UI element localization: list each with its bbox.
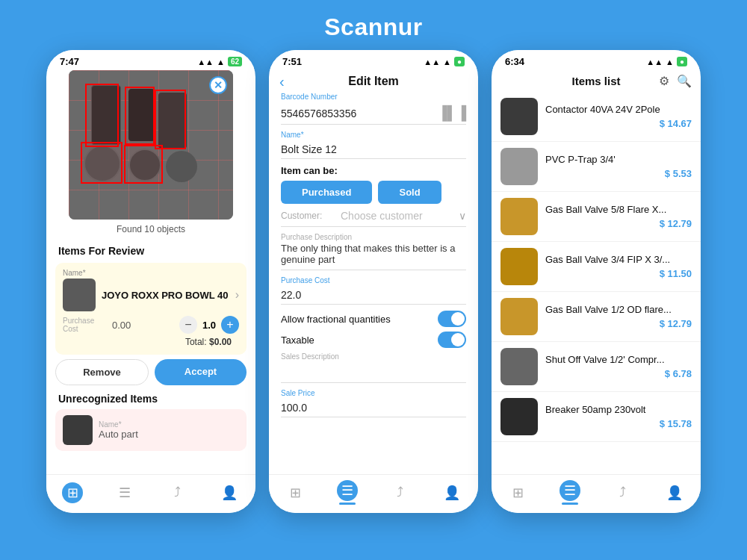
remove-button[interactable]: Remove: [55, 359, 149, 385]
list-item-name: PVC P-Trap 3/4': [545, 154, 692, 165]
list-item-thumb: [500, 198, 538, 235]
signal-icon-r: ▲▲: [646, 57, 663, 66]
profile-icon-c: 👤: [441, 482, 462, 503]
customer-chevron-icon: ∨: [459, 210, 466, 222]
list-item-price: $ 6.78: [545, 368, 692, 379]
nav-barcode-center[interactable]: ⊞: [285, 482, 306, 503]
chevron-right-icon[interactable]: ›: [235, 288, 239, 302]
detection-box-2: [125, 87, 155, 145]
sales-desc-label: Sales Description: [281, 352, 466, 361]
purchase-desc-value[interactable]: The only thing that makes this better is…: [281, 243, 466, 270]
wifi-icon: ▲: [217, 57, 225, 66]
taxable-toggle[interactable]: [438, 332, 466, 348]
list-header-icons: ⚙ 🔍: [659, 74, 692, 88]
list-item-info: PVC P-Trap 3/4' $ 5.53: [545, 154, 692, 179]
list-icon-c: ☰: [337, 480, 358, 501]
barcode-field[interactable]: 5546576853356 ▐▌▐: [281, 102, 466, 125]
nav-list-right[interactable]: ☰: [560, 480, 580, 505]
phone-center: 7:51 ▲▲ ▲ ● ‹ Edit Item Barcode Number 5…: [269, 50, 478, 513]
camera-view: ✕: [69, 70, 233, 220]
list-item-info: Gas Ball Valve 5/8 Flare X... $ 12.79: [545, 204, 692, 229]
qty-minus-button[interactable]: −: [179, 316, 197, 334]
nav-underline-c: [339, 503, 356, 505]
nav-barcode-left[interactable]: ⊞: [62, 482, 83, 503]
action-buttons-row: Remove Accept: [55, 359, 247, 385]
unrecognized-card: Name* Auto part: [55, 409, 247, 451]
nav-profile-right[interactable]: 👤: [664, 482, 685, 503]
list-item-thumb: [500, 348, 538, 385]
customer-row[interactable]: Customer: Choose customer ∨: [281, 210, 466, 227]
camera-container: ✕ Found 10 objects: [57, 70, 245, 234]
filter-icon[interactable]: ⚙: [659, 74, 669, 88]
detection-box-1: [85, 84, 119, 147]
nav-barcode-right[interactable]: ⊞: [507, 482, 528, 503]
cost-label: Purchase Cost: [63, 317, 108, 333]
sales-desc-value[interactable]: [281, 362, 466, 383]
purchase-desc-label: Purchase Description: [281, 233, 466, 241]
list-item-name: Gas Ball Valve 3/4 FIP X 3/...: [545, 254, 692, 265]
customer-placeholder: Choose customer: [341, 210, 459, 222]
back-button[interactable]: ‹: [279, 73, 285, 90]
status-icons-center: ▲▲ ▲ ●: [424, 57, 465, 66]
nav-list-center[interactable]: ☰: [337, 480, 358, 505]
profile-icon: 👤: [219, 482, 240, 503]
list-item-price: $ 12.79: [545, 318, 692, 329]
nav-profile-center[interactable]: 👤: [441, 482, 462, 503]
nav-share-center[interactable]: ⤴: [389, 482, 410, 503]
list-item[interactable]: Contactor 40VA 24V 2Pole $ 14.67: [492, 92, 701, 142]
share-icon-r: ⤴: [612, 482, 633, 503]
nav-share-right[interactable]: ⤴: [612, 482, 633, 503]
list-item-name: Gas Ball Valve 5/8 Flare X...: [545, 204, 692, 215]
list-item[interactable]: Gas Ball Valve 1/2 OD flare... $ 12.79: [492, 292, 701, 342]
nav-share-left[interactable]: ⤴: [167, 482, 187, 503]
bottom-nav-left: ⊞ ☰ ⤴ 👤: [46, 474, 255, 513]
accept-button[interactable]: Accept: [155, 359, 247, 385]
wifi-icon-r: ▲: [666, 57, 674, 66]
list-item[interactable]: Breaker 50amp 230volt $ 15.78: [492, 392, 701, 442]
sale-price-value: 100.0: [281, 402, 307, 414]
nav-list-left[interactable]: ☰: [114, 482, 135, 503]
purchase-cost-group: Purchase Cost 22.0: [281, 276, 466, 305]
qty-plus-button[interactable]: +: [221, 316, 239, 334]
status-bar-left: 7:47 ▲▲ ▲ 62: [46, 50, 255, 70]
purchase-cost-field[interactable]: 22.0: [281, 286, 466, 305]
item-card-row: JOYO ROXX PRO BOWL 40 ›: [63, 279, 239, 311]
barcode-value: 5546576853356: [281, 108, 356, 119]
customer-label: Customer:: [281, 211, 341, 221]
list-item[interactable]: Gas Ball Valve 5/8 Flare X... $ 12.79: [492, 192, 701, 242]
sale-price-group: Sale Price 100.0: [281, 389, 466, 417]
list-item-thumb: [500, 398, 538, 435]
item-name-label: Name*: [63, 269, 239, 277]
list-item-thumb: [500, 148, 538, 185]
unrec-name-value: Auto part: [99, 429, 138, 440]
camera-feed: [69, 70, 233, 220]
purchase-cost-value: 22.0: [281, 289, 301, 301]
nav-profile-left[interactable]: 👤: [219, 482, 240, 503]
quantity-row: Purchase Cost 0.00 − 1.0 +: [63, 316, 239, 334]
unrec-info: Name* Auto part: [99, 420, 138, 440]
status-bar-right: 6:34 ▲▲ ▲ ●: [492, 50, 701, 70]
cost-value: 0.00: [112, 320, 175, 331]
list-item[interactable]: Gas Ball Valve 3/4 FIP X 3/... $ 11.50: [492, 242, 701, 292]
signal-icon-c: ▲▲: [424, 57, 440, 66]
status-time-center: 7:51: [282, 56, 302, 67]
total-label: Total:: [185, 337, 207, 347]
barcode-icon: ⊞: [62, 482, 83, 503]
sale-price-field[interactable]: 100.0: [281, 399, 466, 417]
close-button[interactable]: ✕: [209, 76, 227, 94]
purchased-button[interactable]: Purchased: [281, 181, 372, 204]
total-row: Total: $0.00: [63, 334, 239, 349]
list-item-info: Gas Ball Valve 3/4 FIP X 3/... $ 11.50: [545, 254, 692, 279]
list-item-price: $ 12.79: [545, 218, 692, 229]
name-field[interactable]: Bolt Size 12: [281, 140, 466, 159]
detection-box-3: [155, 90, 186, 149]
search-icon[interactable]: 🔍: [677, 74, 692, 88]
list-item-price: $ 11.50: [545, 268, 692, 279]
sold-button[interactable]: Sold: [378, 181, 441, 204]
unrec-thumb: [63, 415, 93, 445]
total-value: $0.00: [209, 337, 232, 347]
list-item[interactable]: PVC P-Trap 3/4' $ 5.53: [492, 142, 701, 192]
app-title: Scannur: [324, 13, 423, 41]
list-item[interactable]: Shut Off Valve 1/2' Compr... $ 6.78: [492, 342, 701, 392]
fractional-toggle[interactable]: [438, 311, 466, 327]
